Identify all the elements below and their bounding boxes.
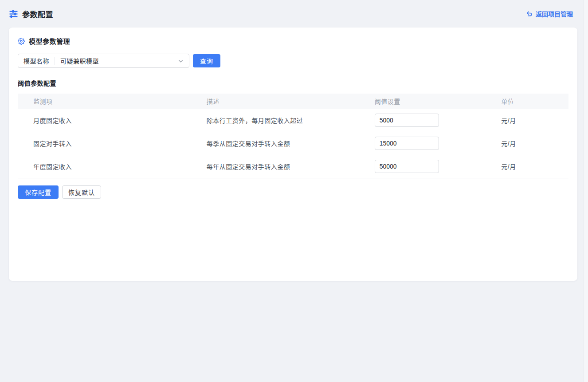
model-parameter-card: 模型参数管理 模型名称 可疑兼职模型 查询 阈值参数配置 监测项 描述	[9, 28, 577, 281]
threshold-cell	[368, 155, 494, 178]
query-button[interactable]: 查询	[193, 54, 220, 67]
model-name-select[interactable]: 可疑兼职模型	[55, 54, 189, 67]
description-cell: 每年从固定交易对手转入金额	[200, 155, 368, 178]
save-config-button[interactable]: 保存配置	[18, 185, 59, 199]
chevron-down-icon	[178, 58, 184, 64]
unit-cell: 元/月	[494, 155, 568, 178]
monitor-item-cell: 月度固定收入	[18, 109, 200, 132]
table-body: 月度固定收入 除本行工资外，每月固定收入超过 元/月 固定对手转入 每季从固定交…	[18, 109, 568, 178]
threshold-value-input[interactable]	[375, 137, 439, 150]
col-header-threshold: 阈值设置	[368, 94, 494, 109]
col-header-unit: 单位	[494, 94, 568, 109]
card-title: 模型参数管理	[29, 36, 70, 46]
monitor-item-cell: 年度固定收入	[18, 155, 200, 178]
threshold-cell	[368, 132, 494, 155]
vertical-scrollbar-track[interactable]	[584, 0, 588, 382]
page-title: 参数配置	[22, 8, 53, 20]
footer-actions: 保存配置 恢复默认	[18, 185, 568, 199]
table-row: 固定对手转入 每季从固定交易对手转入金额 元/月	[18, 132, 568, 155]
model-name-label: 模型名称	[18, 56, 55, 65]
threshold-section-title: 阈值参数配置	[18, 79, 568, 87]
threshold-table: 监测项 描述 阈值设置 单位 月度固定收入 除本行工资外，每月固定收入超过 元/…	[18, 94, 568, 178]
restore-default-button[interactable]: 恢复默认	[62, 185, 101, 199]
col-header-desc: 描述	[200, 94, 368, 109]
back-link-label: 返回项目管理	[536, 9, 573, 18]
unit-cell: 元/月	[494, 132, 568, 155]
table-row: 年度固定收入 每年从固定交易对手转入金额 元/月	[18, 155, 568, 178]
sliders-icon	[9, 9, 18, 19]
back-to-project-link[interactable]: 返回项目管理	[526, 9, 573, 18]
card-title-row: 模型参数管理	[18, 36, 568, 46]
page-title-group: 参数配置	[9, 8, 53, 20]
table-row: 月度固定收入 除本行工资外，每月固定收入超过 元/月	[18, 109, 568, 132]
description-cell: 除本行工资外，每月固定收入超过	[200, 109, 368, 132]
unit-cell: 元/月	[494, 109, 568, 132]
query-bar: 模型名称 可疑兼职模型 查询	[18, 54, 568, 68]
page-header: 参数配置 返回项目管理	[0, 0, 588, 28]
description-cell: 每季从固定交易对手转入金额	[200, 132, 368, 155]
model-name-selected-value: 可疑兼职模型	[60, 56, 99, 65]
threshold-value-input[interactable]	[375, 114, 439, 127]
col-header-item: 监测项	[18, 94, 200, 109]
table-header: 监测项 描述 阈值设置 单位	[18, 94, 568, 109]
monitor-item-cell: 固定对手转入	[18, 132, 200, 155]
threshold-cell	[368, 109, 494, 132]
gear-icon	[18, 38, 25, 45]
back-arrow-icon	[526, 11, 533, 17]
model-name-input-group: 模型名称 可疑兼职模型	[18, 54, 189, 68]
threshold-value-input[interactable]	[375, 160, 439, 173]
